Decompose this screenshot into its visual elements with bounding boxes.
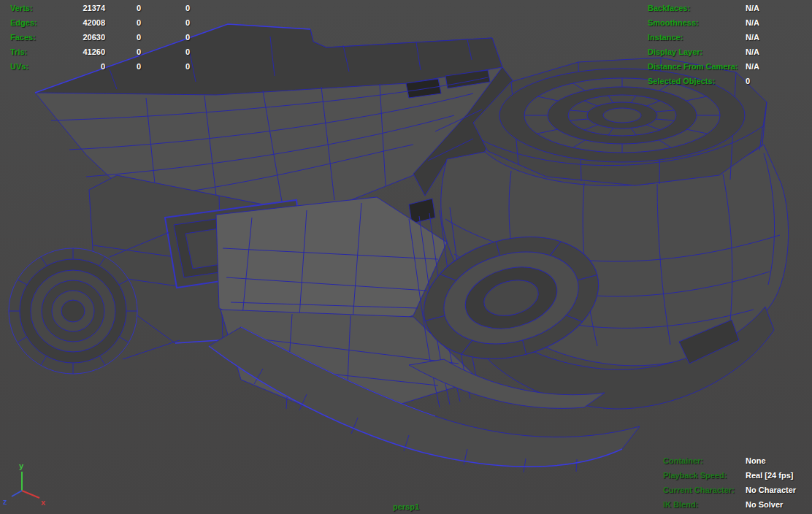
polycount-value: 0	[141, 1, 190, 15]
maya-viewport-panel[interactable]: y x z Verts:2137400 Edges:4200800 Faces:…	[0, 0, 812, 514]
polycount-label: Edges:	[10, 15, 63, 30]
polycount-label: UVs:	[10, 59, 63, 74]
object-details-label: Distance From Camera:	[648, 59, 746, 74]
object-details-value: N/A	[746, 45, 759, 59]
object-details-row: Display Layer:N/A	[648, 45, 759, 59]
camera-name-label: persp1	[0, 499, 812, 514]
polycount-value: 0	[105, 30, 141, 45]
animation-details-value: No Character	[746, 483, 796, 497]
axis-z-line	[12, 491, 22, 496]
object-details-label: Display Layer:	[648, 45, 746, 59]
polycount-label: Faces:	[10, 30, 63, 45]
polycount-value: 0	[105, 59, 141, 74]
polycount-value: 41260	[63, 45, 105, 59]
object-details-value: N/A	[746, 1, 759, 15]
object-details-label: Instance:	[648, 30, 746, 45]
animation-details-value: None	[746, 453, 766, 468]
animation-details-label: Container:	[663, 453, 746, 468]
object-details-label: Selected Objects:	[648, 74, 746, 88]
object-details-label: Smoothness:	[648, 15, 746, 30]
polycount-value: 0	[105, 15, 141, 30]
animation-details-row: Container:None	[663, 453, 796, 468]
hud-object-details: Backfaces:N/A Smoothness:N/A Instance:N/…	[648, 1, 759, 88]
polycount-label: Tris:	[10, 45, 63, 59]
polycount-value: 0	[141, 59, 190, 74]
animation-details-row: Playback Speed:Real [24 fps]	[663, 468, 796, 483]
object-details-row: Smoothness:N/A	[648, 15, 759, 30]
polycount-value: 0	[141, 45, 190, 59]
polycount-value: 21374	[63, 1, 105, 15]
object-details-value: N/A	[746, 30, 759, 45]
object-details-value: 0	[746, 74, 750, 88]
polycount-row: Tris:4126000	[10, 45, 190, 59]
animation-details-label: Playback Speed:	[663, 468, 746, 483]
axis-x-line	[22, 491, 39, 498]
animation-details-label: Current Character:	[663, 483, 746, 497]
polycount-value: 0	[141, 30, 190, 45]
polycount-value: 0	[141, 15, 190, 30]
polycount-value: 0	[105, 45, 141, 59]
axis-y-label: y	[19, 461, 24, 470]
polycount-row: Faces:2063000	[10, 30, 190, 45]
object-details-value: N/A	[746, 15, 759, 30]
polycount-value: 0	[63, 59, 105, 74]
polycount-value: 42008	[63, 15, 105, 30]
animation-details-value: Real [24 fps]	[746, 468, 793, 483]
object-details-row: Backfaces:N/A	[648, 1, 759, 15]
animation-details-row: Current Character:No Character	[663, 483, 796, 497]
polycount-row: Edges:4200800	[10, 15, 190, 30]
object-details-row: Selected Objects:0	[648, 74, 759, 88]
polycount-value: 0	[105, 1, 141, 15]
object-details-row: Instance:N/A	[648, 30, 759, 45]
object-details-row: Distance From Camera:N/A	[648, 59, 759, 74]
polycount-value: 20630	[63, 30, 105, 45]
polycount-label: Verts:	[10, 1, 63, 15]
object-details-value: N/A	[746, 59, 759, 74]
hud-poly-count: Verts:2137400 Edges:4200800 Faces:206300…	[10, 1, 190, 74]
polycount-row: UVs:000	[10, 59, 190, 74]
object-details-label: Backfaces:	[648, 1, 746, 15]
polycount-row: Verts:2137400	[10, 1, 190, 15]
